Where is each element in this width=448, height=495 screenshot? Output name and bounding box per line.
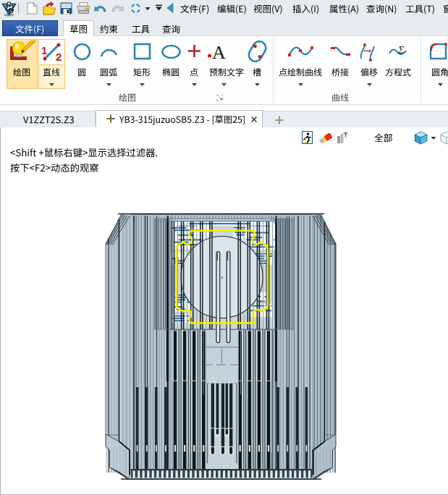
svg-text:Σ: Σ — [397, 45, 405, 56]
svg-text:2: 2 — [56, 51, 62, 63]
svg-text:A: A — [212, 42, 226, 61]
svg-text:1: 1 — [41, 44, 47, 56]
